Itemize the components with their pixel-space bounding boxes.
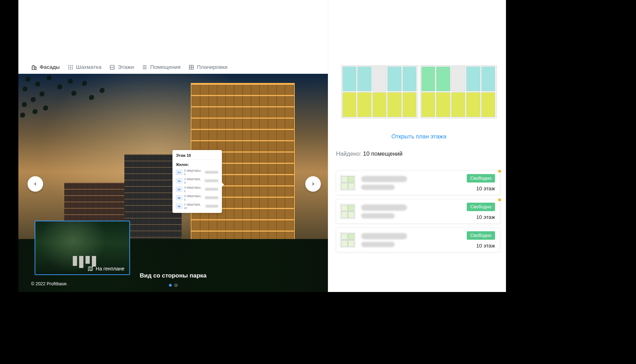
blurred-price	[361, 204, 407, 211]
tab-premises[interactable]: Помещения	[142, 64, 181, 70]
open-floor-plan-link[interactable]: Открыть план этажа	[336, 133, 502, 140]
status-badge: Свободно	[467, 231, 495, 240]
listing-card[interactable]: Свободно 10 этаж	[336, 199, 500, 223]
tab-label: Шахматка	[76, 64, 101, 70]
svg-point-4	[70, 67, 71, 68]
blurred-meta	[361, 242, 395, 247]
listing-floor: 10 этаж	[476, 243, 495, 249]
tooltip-row: 2к 4 квартиры, с	[176, 185, 218, 193]
results-count: Найдено: 10 помещений	[336, 150, 502, 157]
tooltip-row-text: 2 квартиры, с	[184, 169, 203, 176]
room-type-badge: 1к	[176, 178, 182, 183]
room-type-badge: Ст	[176, 170, 182, 175]
tab-label: Этажи	[118, 64, 134, 70]
svg-point-3	[68, 67, 69, 68]
grid-dots-icon	[67, 64, 73, 70]
tooltip-title: Этаж 10	[176, 153, 218, 160]
facade-viewer[interactable]: Этаж 10 Жилое: Ст 2 квартиры, с 1к 1 ква…	[18, 74, 328, 292]
slider-dot[interactable]	[175, 284, 177, 287]
tooltip-row: 1к 1 квартира, о	[176, 177, 218, 185]
blurred-price	[361, 233, 407, 239]
blurred-value	[205, 171, 218, 174]
room-type-badge: 3к	[176, 195, 182, 200]
tooltip-row: 4к 1 квартира, от	[176, 202, 218, 210]
found-prefix: Найдено:	[336, 150, 363, 157]
floor-plan-preview[interactable]	[336, 64, 502, 118]
blurred-value	[205, 196, 218, 199]
tab-chessboard[interactable]: Шахматка	[67, 64, 101, 70]
tab-label: Планировки	[197, 64, 228, 70]
layout-grid-icon	[188, 64, 194, 70]
svg-point-5	[72, 67, 73, 68]
svg-point-8	[72, 68, 73, 70]
tooltip-row: 3к 2 квартиры, с	[176, 193, 218, 202]
listing-card[interactable]: Свободно 10 этаж	[336, 228, 500, 252]
blurred-value	[205, 188, 218, 191]
listing-card[interactable]: Свободно 10 этаж	[336, 171, 500, 195]
status-badge: Свободно	[467, 203, 495, 211]
tab-label: Фасады	[40, 64, 60, 70]
hot-indicator-icon	[498, 198, 501, 201]
tab-layouts[interactable]: Планировки	[188, 64, 228, 70]
genplan-label-text: На генплане	[96, 266, 124, 271]
svg-point-2	[72, 65, 73, 66]
chevron-right-icon	[311, 181, 316, 186]
chevron-left-icon	[33, 181, 38, 186]
slider-dot[interactable]	[169, 284, 172, 287]
unit-plan-thumb	[340, 175, 355, 191]
svg-point-1	[70, 65, 71, 66]
listing-floor: 10 этаж	[476, 185, 495, 191]
view-tabs: Фасады Шахматка Этажи Помещения	[18, 63, 328, 74]
blurred-value	[205, 205, 218, 208]
tooltip-row: Ст 2 квартиры, с	[176, 168, 218, 177]
tab-label: Помещения	[150, 64, 181, 70]
main-panel: Фасады Шахматка Этажи Помещения	[18, 0, 328, 292]
found-value: 10 помещений	[363, 150, 403, 157]
floors-icon	[109, 64, 115, 70]
room-type-badge: 2к	[176, 187, 182, 192]
svg-point-6	[68, 68, 69, 70]
copyright-text: © 2022 Profitbase.	[31, 281, 68, 286]
tab-floors[interactable]: Этажи	[109, 64, 134, 70]
blurred-value	[205, 179, 218, 182]
next-view-button[interactable]	[305, 176, 321, 192]
tooltip-row-text: 1 квартира, от	[184, 203, 204, 210]
listing-results: Свободно 10 этаж Свободно 10 этаж	[336, 171, 502, 252]
prev-view-button[interactable]	[28, 176, 43, 192]
tooltip-row-text: 2 квартиры, с	[184, 194, 203, 201]
listing-floor: 10 этаж	[476, 214, 495, 220]
tooltip-row-text: 1 квартира, о	[184, 177, 203, 184]
room-type-badge: 4к	[176, 204, 182, 209]
slider-dots	[169, 284, 177, 287]
floor-tooltip: Этаж 10 Жилое: Ст 2 квартиры, с 1к 1 ква…	[172, 150, 222, 213]
genplan-thumbnail[interactable]: На генплане	[35, 221, 130, 275]
tooltip-subtitle: Жилое:	[176, 163, 218, 167]
map-icon	[88, 266, 93, 271]
unit-plan-thumb	[340, 232, 355, 248]
blurred-meta	[361, 213, 395, 219]
view-caption: Вид со стороны парка	[140, 272, 206, 279]
tab-facades[interactable]: Фасады	[31, 64, 60, 70]
tooltip-row-text: 4 квартиры, с	[184, 186, 203, 193]
unit-plan-thumb	[340, 204, 355, 219]
blurred-meta	[361, 185, 395, 190]
svg-point-7	[70, 68, 71, 70]
hot-indicator-icon	[498, 170, 501, 173]
list-icon	[142, 64, 148, 70]
blurred-price	[361, 176, 407, 182]
svg-point-0	[68, 65, 69, 66]
building-facade-icon	[31, 64, 37, 70]
header-whitespace	[18, 0, 328, 63]
sidebar-panel: Открыть план этажа Найдено: 10 помещений…	[328, 0, 506, 292]
status-badge: Свободно	[467, 174, 495, 183]
